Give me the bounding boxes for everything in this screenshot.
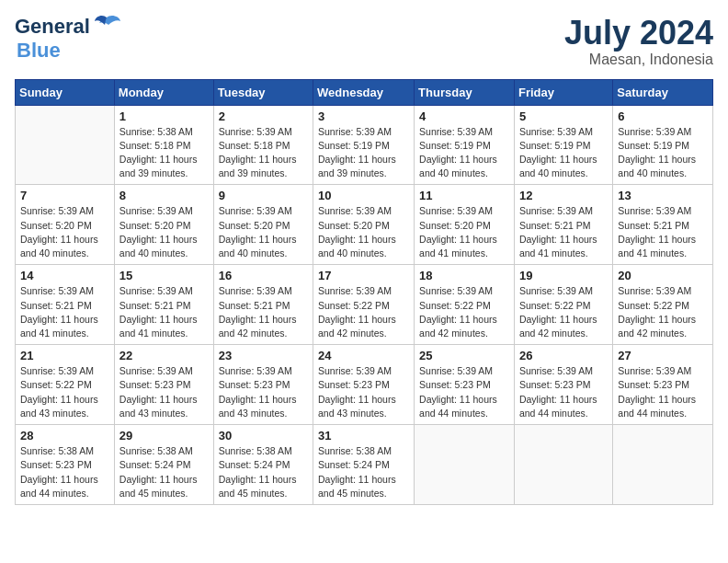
- day-number: 2: [219, 109, 308, 123]
- day-cell: [514, 425, 612, 505]
- day-info: Sunrise: 5:38 AM Sunset: 5:24 PM Dayligh…: [219, 444, 308, 500]
- day-number: 11: [419, 189, 509, 202]
- day-cell: 2Sunrise: 5:39 AM Sunset: 5:18 PM Daylig…: [213, 105, 313, 185]
- day-cell: 26Sunrise: 5:39 AM Sunset: 5:23 PM Dayli…: [514, 345, 612, 425]
- day-number: 18: [419, 269, 509, 282]
- weekday-header-wednesday: Wednesday: [313, 79, 415, 105]
- day-number: 15: [119, 269, 209, 282]
- weekday-header-sunday: Sunday: [16, 79, 115, 105]
- day-cell: 16Sunrise: 5:39 AM Sunset: 5:21 PM Dayli…: [213, 265, 313, 345]
- week-row-5: 28Sunrise: 5:38 AM Sunset: 5:23 PM Dayli…: [16, 425, 713, 505]
- day-number: 29: [119, 429, 209, 442]
- day-cell: 25Sunrise: 5:39 AM Sunset: 5:23 PM Dayli…: [415, 345, 515, 425]
- day-cell: 23Sunrise: 5:39 AM Sunset: 5:23 PM Dayli…: [213, 345, 313, 425]
- day-number: 21: [20, 349, 109, 362]
- day-number: 16: [219, 269, 308, 282]
- day-number: 26: [519, 349, 608, 362]
- day-cell: 22Sunrise: 5:39 AM Sunset: 5:23 PM Dayli…: [114, 345, 213, 425]
- day-info: Sunrise: 5:39 AM Sunset: 5:20 PM Dayligh…: [318, 204, 409, 260]
- day-number: 4: [419, 109, 509, 123]
- day-info: Sunrise: 5:39 AM Sunset: 5:21 PM Dayligh…: [20, 284, 109, 340]
- day-info: Sunrise: 5:38 AM Sunset: 5:18 PM Dayligh…: [119, 125, 209, 181]
- title-section: July 2024 Maesan, Indonesia: [564, 15, 713, 68]
- day-cell: [613, 425, 713, 505]
- day-cell: 5Sunrise: 5:39 AM Sunset: 5:19 PM Daylig…: [514, 105, 612, 185]
- day-number: 20: [618, 269, 708, 282]
- weekday-header-thursday: Thursday: [415, 79, 515, 105]
- day-info: Sunrise: 5:39 AM Sunset: 5:22 PM Dayligh…: [318, 284, 409, 340]
- calendar-table: SundayMondayTuesdayWednesdayThursdayFrid…: [15, 79, 713, 505]
- day-cell: 9Sunrise: 5:39 AM Sunset: 5:20 PM Daylig…: [213, 185, 313, 265]
- day-cell: 18Sunrise: 5:39 AM Sunset: 5:22 PM Dayli…: [415, 265, 515, 345]
- day-info: Sunrise: 5:39 AM Sunset: 5:20 PM Dayligh…: [419, 204, 509, 260]
- day-cell: [16, 105, 115, 185]
- day-info: Sunrise: 5:39 AM Sunset: 5:21 PM Dayligh…: [618, 204, 708, 260]
- day-info: Sunrise: 5:39 AM Sunset: 5:21 PM Dayligh…: [119, 284, 209, 340]
- day-cell: 10Sunrise: 5:39 AM Sunset: 5:20 PM Dayli…: [313, 185, 415, 265]
- day-info: Sunrise: 5:39 AM Sunset: 5:22 PM Dayligh…: [20, 364, 109, 420]
- day-info: Sunrise: 5:39 AM Sunset: 5:22 PM Dayligh…: [419, 284, 509, 340]
- day-cell: 15Sunrise: 5:39 AM Sunset: 5:21 PM Dayli…: [114, 265, 213, 345]
- day-info: Sunrise: 5:39 AM Sunset: 5:20 PM Dayligh…: [119, 204, 209, 260]
- day-number: 8: [119, 189, 209, 202]
- day-cell: 6Sunrise: 5:39 AM Sunset: 5:19 PM Daylig…: [613, 105, 713, 185]
- day-cell: 14Sunrise: 5:39 AM Sunset: 5:21 PM Dayli…: [16, 265, 115, 345]
- weekday-header-friday: Friday: [514, 79, 612, 105]
- weekday-header-row: SundayMondayTuesdayWednesdayThursdayFrid…: [16, 79, 713, 105]
- day-number: 23: [219, 349, 308, 362]
- logo-text: General: [15, 15, 90, 39]
- day-cell: 24Sunrise: 5:39 AM Sunset: 5:23 PM Dayli…: [313, 345, 415, 425]
- day-cell: 17Sunrise: 5:39 AM Sunset: 5:22 PM Dayli…: [313, 265, 415, 345]
- day-cell: 3Sunrise: 5:39 AM Sunset: 5:19 PM Daylig…: [313, 105, 415, 185]
- weekday-header-monday: Monday: [114, 79, 213, 105]
- day-number: 28: [20, 429, 109, 442]
- day-info: Sunrise: 5:39 AM Sunset: 5:23 PM Dayligh…: [419, 364, 509, 420]
- location: Maesan, Indonesia: [564, 52, 713, 68]
- day-cell: 4Sunrise: 5:39 AM Sunset: 5:19 PM Daylig…: [415, 105, 515, 185]
- day-number: 24: [318, 349, 409, 362]
- day-info: Sunrise: 5:39 AM Sunset: 5:19 PM Dayligh…: [419, 125, 509, 181]
- day-number: 9: [219, 189, 308, 202]
- day-cell: 27Sunrise: 5:39 AM Sunset: 5:23 PM Dayli…: [613, 345, 713, 425]
- logo: General Blue: [15, 15, 121, 63]
- day-number: 27: [618, 349, 708, 362]
- day-info: Sunrise: 5:39 AM Sunset: 5:22 PM Dayligh…: [618, 284, 708, 340]
- day-cell: 19Sunrise: 5:39 AM Sunset: 5:22 PM Dayli…: [514, 265, 612, 345]
- day-info: Sunrise: 5:39 AM Sunset: 5:23 PM Dayligh…: [318, 364, 409, 420]
- day-number: 14: [20, 269, 109, 282]
- logo-blue-text: Blue: [17, 39, 61, 63]
- week-row-2: 7Sunrise: 5:39 AM Sunset: 5:20 PM Daylig…: [16, 185, 713, 265]
- day-cell: 7Sunrise: 5:39 AM Sunset: 5:20 PM Daylig…: [16, 185, 115, 265]
- day-number: 7: [20, 189, 109, 202]
- day-number: 22: [119, 349, 209, 362]
- day-cell: 1Sunrise: 5:38 AM Sunset: 5:18 PM Daylig…: [114, 105, 213, 185]
- day-info: Sunrise: 5:38 AM Sunset: 5:23 PM Dayligh…: [20, 444, 109, 500]
- day-cell: 13Sunrise: 5:39 AM Sunset: 5:21 PM Dayli…: [613, 185, 713, 265]
- day-info: Sunrise: 5:39 AM Sunset: 5:21 PM Dayligh…: [219, 284, 308, 340]
- week-row-3: 14Sunrise: 5:39 AM Sunset: 5:21 PM Dayli…: [16, 265, 713, 345]
- day-number: 6: [618, 109, 708, 123]
- day-number: 19: [519, 269, 608, 282]
- day-info: Sunrise: 5:39 AM Sunset: 5:23 PM Dayligh…: [519, 364, 608, 420]
- day-info: Sunrise: 5:38 AM Sunset: 5:24 PM Dayligh…: [119, 444, 209, 500]
- day-info: Sunrise: 5:39 AM Sunset: 5:21 PM Dayligh…: [519, 204, 608, 260]
- day-cell: 12Sunrise: 5:39 AM Sunset: 5:21 PM Dayli…: [514, 185, 612, 265]
- month-title: July 2024: [564, 15, 713, 52]
- day-number: 3: [318, 109, 409, 123]
- day-info: Sunrise: 5:39 AM Sunset: 5:22 PM Dayligh…: [519, 284, 608, 340]
- logo-bird-icon: [92, 14, 121, 34]
- day-info: Sunrise: 5:39 AM Sunset: 5:18 PM Dayligh…: [219, 125, 308, 181]
- weekday-header-saturday: Saturday: [613, 79, 713, 105]
- day-info: Sunrise: 5:39 AM Sunset: 5:19 PM Dayligh…: [519, 125, 608, 181]
- day-info: Sunrise: 5:39 AM Sunset: 5:19 PM Dayligh…: [618, 125, 708, 181]
- day-cell: 31Sunrise: 5:38 AM Sunset: 5:24 PM Dayli…: [313, 425, 415, 505]
- day-number: 5: [519, 109, 608, 123]
- day-cell: 28Sunrise: 5:38 AM Sunset: 5:23 PM Dayli…: [16, 425, 115, 505]
- day-number: 25: [419, 349, 509, 362]
- day-number: 13: [618, 189, 708, 202]
- day-cell: 30Sunrise: 5:38 AM Sunset: 5:24 PM Dayli…: [213, 425, 313, 505]
- day-cell: 21Sunrise: 5:39 AM Sunset: 5:22 PM Dayli…: [16, 345, 115, 425]
- day-cell: 11Sunrise: 5:39 AM Sunset: 5:20 PM Dayli…: [415, 185, 515, 265]
- day-info: Sunrise: 5:39 AM Sunset: 5:23 PM Dayligh…: [119, 364, 209, 420]
- page-header: General Blue July 2024 Maesan, Indonesia: [15, 15, 713, 68]
